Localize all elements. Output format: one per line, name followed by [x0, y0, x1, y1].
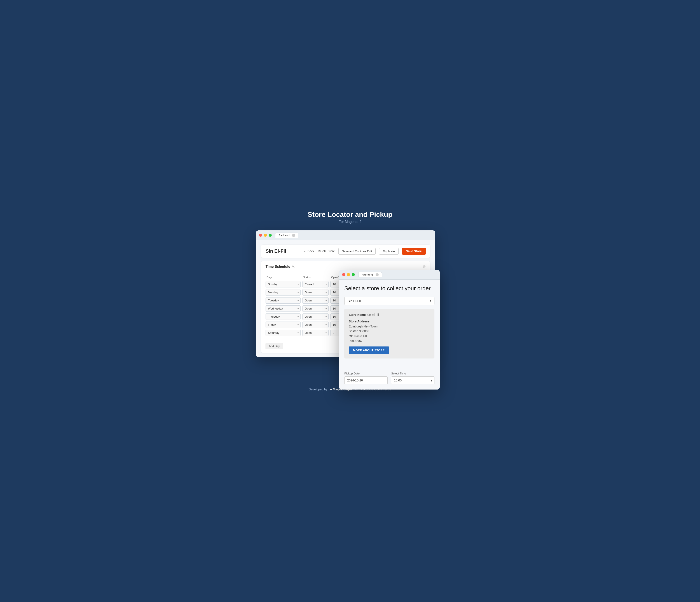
day-6-select[interactable]: SundayMondayTuesdayWednesdayThursdayFrid…: [266, 330, 301, 336]
frontend-content: Select a store to collect your order Sin…: [339, 280, 440, 368]
col-days: Days: [267, 276, 301, 279]
frontend-heading: Select a store to collect your order: [344, 285, 434, 292]
frontend-tl-yellow[interactable]: [347, 273, 350, 276]
windows-container: Backend Sin El-Fil ← Back Delete Store S…: [256, 230, 444, 379]
day-6-wrap: SundayMondayTuesdayWednesdayThursdayFrid…: [266, 330, 301, 336]
status-5-wrap: OpenClosed: [302, 321, 329, 328]
delete-store-button[interactable]: Delete Store: [318, 250, 335, 253]
page-title: Store Locator and Pickup: [307, 210, 393, 218]
frontend-titlebar: Frontend: [339, 270, 440, 280]
backend-tab[interactable]: Backend: [275, 233, 298, 238]
store-info-card: Store Name Sin El-Fil Store Address Edin…: [344, 309, 434, 359]
day-3-wrap: SundayMondayTuesdayWednesdayThursdayFrid…: [266, 305, 301, 312]
back-button[interactable]: ← Back: [304, 250, 314, 253]
status-0-wrap: OpenClosed: [302, 281, 329, 287]
status-3-select[interactable]: OpenClosed: [302, 305, 329, 312]
day-4-select[interactable]: SundayMondayTuesdayWednesdayThursdayFrid…: [266, 313, 301, 320]
day-1-wrap: SundayMondayTuesdayWednesdayThursdayFrid…: [266, 289, 301, 295]
status-0-select[interactable]: OpenClosed: [302, 281, 329, 287]
pickup-section: Pickup Date Select Time 10:00 11:00 12:0…: [339, 368, 440, 390]
status-2-select[interactable]: OpenClosed: [302, 297, 329, 304]
store-info-name: Store Name Sin El-Fil: [349, 313, 430, 316]
backend-titlebar: Backend: [256, 230, 435, 240]
pickup-time-group: Select Time 10:00 11:00 12:00 13:00 14:0…: [391, 372, 434, 384]
pickup-row: Pickup Date Select Time 10:00 11:00 12:0…: [344, 372, 434, 384]
store-select-input[interactable]: Sin El-Fil: [344, 297, 434, 305]
pickup-date-group: Pickup Date: [344, 372, 388, 384]
store-address-text: Edinburgh New Town, Bostan 380009 Old Pa…: [349, 324, 430, 344]
day-2-select[interactable]: SundayMondayTuesdayWednesdayThursdayFrid…: [266, 297, 301, 304]
status-5-select[interactable]: OpenClosed: [302, 321, 329, 328]
status-4-select[interactable]: OpenClosed: [302, 313, 329, 320]
day-1-select[interactable]: SundayMondayTuesdayWednesdayThursdayFrid…: [266, 289, 301, 295]
pickup-time-select[interactable]: 10:00 11:00 12:00 13:00 14:00: [391, 376, 434, 384]
frontend-window: Frontend Select a store to collect your …: [339, 270, 440, 390]
traffic-light-yellow[interactable]: [264, 234, 267, 237]
save-store-button[interactable]: Save Store: [402, 248, 426, 255]
day-5-wrap: SundayMondayTuesdayWednesdayThursdayFrid…: [266, 321, 301, 328]
store-name-title: Sin El-Fil: [266, 248, 286, 254]
day-5-select[interactable]: SundayMondayTuesdayWednesdayThursdayFrid…: [266, 321, 301, 328]
day-0-wrap: SundayMondayTuesdayWednesdayThursdayFrid…: [266, 281, 301, 287]
status-1-wrap: OpenClosed: [302, 289, 329, 295]
status-6-select[interactable]: OpenClosed: [302, 330, 329, 336]
status-3-wrap: OpenClosed: [302, 305, 329, 312]
add-day-button[interactable]: Add Day: [266, 343, 283, 349]
panel-title: Time Schedule ✎: [266, 265, 295, 269]
duplicate-button[interactable]: Duplicate: [379, 248, 398, 255]
store-selector: Sin El-Fil: [344, 297, 434, 305]
store-address-label: Store Address: [349, 320, 430, 323]
footer-developed-by: Developed by: [309, 388, 327, 391]
status-6-wrap: OpenClosed: [302, 330, 329, 336]
tab-close-icon[interactable]: [292, 234, 295, 237]
day-0-select[interactable]: SundayMondayTuesdayWednesdayThursdayFrid…: [266, 281, 301, 287]
status-2-wrap: OpenClosed: [302, 297, 329, 304]
day-2-wrap: SundayMondayTuesdayWednesdayThursdayFrid…: [266, 297, 301, 304]
status-1-select[interactable]: OpenClosed: [302, 289, 329, 295]
pickup-time-select-wrap: 10:00 11:00 12:00 13:00 14:00: [391, 376, 434, 384]
day-3-select[interactable]: SundayMondayTuesdayWednesdayThursdayFrid…: [266, 305, 301, 312]
pickup-date-label: Pickup Date: [344, 372, 388, 375]
status-4-wrap: OpenClosed: [302, 313, 329, 320]
page-subtitle: For Magento 2: [339, 220, 361, 224]
pickup-date-input[interactable]: [344, 376, 388, 384]
frontend-tab-close[interactable]: [376, 273, 379, 276]
frontend-tab[interactable]: Frontend: [358, 272, 382, 278]
col-status: Status: [303, 276, 329, 279]
header-actions: ← Back Delete Store Save and Continue Ed…: [304, 248, 426, 255]
day-4-wrap: SundayMondayTuesdayWednesdayThursdayFrid…: [266, 313, 301, 320]
frontend-tl-red[interactable]: [342, 273, 345, 276]
md-icon: ⌁: [330, 387, 332, 392]
frontend-tl-green[interactable]: [352, 273, 355, 276]
pickup-time-label: Select Time: [391, 372, 434, 375]
more-about-store-button[interactable]: MORE ABOUT STORE: [349, 346, 389, 354]
collapse-icon[interactable]: ⊖: [422, 264, 426, 269]
traffic-light-green[interactable]: [269, 234, 272, 237]
traffic-light-red[interactable]: [259, 234, 262, 237]
edit-icon[interactable]: ✎: [292, 265, 295, 268]
store-header: Sin El-Fil ← Back Delete Store Save and …: [261, 244, 430, 258]
save-continue-button[interactable]: Save and Continue Edit: [339, 248, 376, 255]
